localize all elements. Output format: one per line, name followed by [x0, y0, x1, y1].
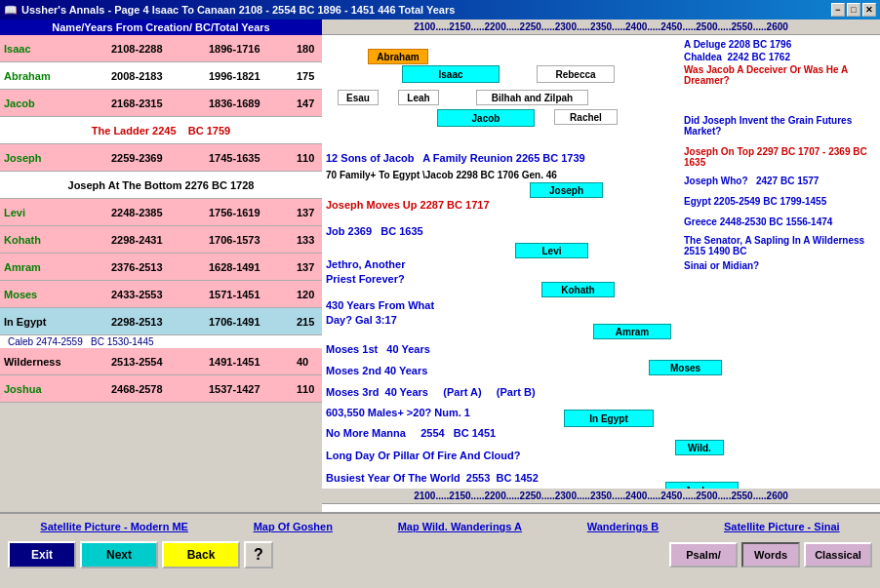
name-jacob: Jacob	[0, 96, 107, 111]
moses-chart-block: Moses	[649, 360, 722, 375]
map-wild-a[interactable]: Map Wild. Wanderings A	[398, 521, 522, 532]
maximize-button[interactable]: □	[847, 3, 860, 17]
ladder-label: The Ladder 2245 BC 1759	[0, 123, 322, 138]
minimize-button[interactable]: −	[831, 3, 845, 17]
words-button[interactable]: Words	[741, 542, 800, 568]
sat-sinai[interactable]: Satellite Picture - Sinai	[724, 521, 840, 532]
ri-sinai: Sinai or Midian?	[684, 260, 876, 271]
table-row-moses: Moses 2433-2553 1571-1451 120	[0, 281, 322, 308]
table-row-kohath: Kohath 2298-2431 1706-1573 133	[0, 226, 322, 254]
name-joseph: Joseph	[0, 150, 107, 166]
bottom-bar: Satellite Picture - Modern ME Map Of Gos…	[0, 512, 880, 570]
430years-text: 430 Years From WhatDay? Gal 3:17	[326, 298, 434, 328]
right-panel: 2100.....2150.....2200.....2250.....2300…	[322, 20, 880, 512]
ri-joseph-top: Joseph On Top 2297 BC 1707 - 2369 BC 163…	[684, 146, 876, 168]
esau-block: Esau	[338, 90, 379, 105]
question-button[interactable]: ?	[244, 541, 273, 568]
70family-text: 70 Family+ To Egypt \Jacob 2298 BC 1706 …	[326, 170, 557, 180]
busiest-text: Busiest Year Of The World 2553 BC 1452	[326, 472, 539, 484]
left-panel-header: Name/Years From Creation/ BC/Total Years	[0, 20, 322, 35]
table-row-joseph-bottom: Joseph At The Bottom 2276 BC 1728	[0, 172, 322, 199]
next-button[interactable]: Next	[80, 541, 158, 568]
leah-block: Leah	[398, 90, 439, 105]
ri-egypt: Egypt 2205-2549 BC 1799-1455	[684, 196, 876, 207]
name-isaac: Isaac	[0, 41, 107, 57]
manna-text: No More Manna 2554 BC 1451	[326, 427, 496, 439]
levi-chart-block: Levi	[515, 243, 588, 258]
table-row-jacob: Jacob 2168-2315 1836-1689 147	[0, 90, 322, 117]
moses2-text: Moses 2nd 40 Years	[326, 365, 427, 376]
isaac-block: Isaac	[402, 65, 500, 83]
moses3-text: Moses 3rd 40 Years (Part A) (Part B)	[326, 386, 536, 398]
table-row-wilderness: Wilderness 2513-2554 1491-1451 40	[0, 348, 322, 375]
table-row-joseph: Joseph 2259-2369 1745-1635 110	[0, 144, 322, 172]
classical-button[interactable]: Classical	[804, 542, 872, 568]
table-row-amram: Amram 2376-2513 1628-1491 137	[0, 254, 322, 281]
ri-joseph-who: Joseph Who? 2427 BC 1577	[684, 176, 876, 186]
ri-greece: Greece 2448-2530 BC 1556-1474	[684, 216, 876, 227]
close-button[interactable]: ✕	[862, 3, 876, 17]
ri-chaldea: Chaldea 2242 BC 1762	[684, 52, 876, 62]
12sons-text: 12 Sons of Jacob A Family Reunion 2265 B…	[326, 152, 585, 164]
jethro-text: Jethro, AnotherPriest Forever?	[326, 257, 406, 287]
moses1-text: Moses 1st 40 Years	[326, 343, 430, 355]
joseph-moves-text: Joseph Moves Up 2287 BC 1717	[326, 199, 490, 211]
name-levi: Levi	[0, 205, 107, 220]
table-row-isaac: Isaac 2108-2288 1896-1716 180	[0, 35, 322, 62]
map-goshen[interactable]: Map Of Goshen	[254, 521, 333, 532]
joseph-chart-block: Joseph	[530, 182, 603, 198]
name-amram: Amram	[0, 259, 107, 275]
ri-jacob: Was Jacob A Deceiver Or Was He A Dreamer…	[684, 64, 876, 86]
ri-senator: The Senator, A Sapling In A Wilderness 2…	[684, 235, 876, 256]
rachel-block: Rachel	[554, 109, 618, 125]
exit-button[interactable]: Exit	[8, 541, 76, 568]
table-row-ladder: The Ladder 2245 BC 1759	[0, 117, 322, 144]
main-content: Name/Years From Creation/ BC/Total Years…	[0, 20, 880, 512]
ri-joseph-invent: Did Joseph Invent the Grain Futures Mark…	[684, 115, 876, 137]
left-panel: Name/Years From Creation/ BC/Total Years…	[0, 20, 322, 512]
603550-text: 603,550 Males+ >20? Num. 1	[326, 407, 470, 418]
inegypt-chart-block: In Egypt	[564, 410, 654, 427]
right-info-panel: A Deluge 2208 BC 1796 Chaldea 2242 BC 17…	[680, 35, 880, 275]
abraham-block: Abraham	[368, 49, 428, 64]
table-row-levi: Levi 2248-2385 1756-1619 137	[0, 199, 322, 226]
name-kohath: Kohath	[0, 232, 107, 248]
joseph-bottom-label: Joseph At The Bottom 2276 BC 1728	[0, 177, 322, 193]
title-bar: 📖 Ussher's Annals - Page 4 Isaac To Cana…	[0, 0, 880, 20]
name-abraham: Abraham	[0, 68, 107, 84]
name-joshua: Joshua	[0, 381, 107, 397]
name-wilderness: Wilderness	[0, 354, 107, 370]
job-text: Job 2369 BC 1635	[326, 225, 423, 237]
top-timeline: 2100.....2150.....2200.....2250.....2300…	[322, 20, 880, 35]
bottom-timeline: 2100.....2150.....2200.....2250.....2300…	[322, 489, 880, 504]
back-button[interactable]: Back	[162, 541, 240, 568]
table-row-inegypt: In Egypt 2298-2513 1706-1491 215	[0, 308, 322, 335]
wanderings-b[interactable]: Wanderings B	[587, 521, 660, 532]
chart-area: Abraham Isaac Rebecca Esau Leah Bilhah a…	[322, 35, 880, 504]
sat-modern-me[interactable]: Satellite Picture - Modern ME	[40, 521, 188, 532]
jacob-block: Jacob	[437, 109, 535, 127]
wild-chart-block: Wild.	[675, 440, 724, 455]
app-icon: 📖	[4, 4, 18, 17]
rebecca-block: Rebecca	[537, 65, 615, 83]
longday-text: Long Day Or Pillar Of Fire And Cloud?	[326, 450, 520, 461]
ri-deluge: A Deluge 2208 BC 1796	[684, 39, 876, 50]
caleb-sub-row: Caleb 2474-2559 BC 1530-1445	[0, 335, 322, 348]
bilhah-block: Bilhah and Zilpah	[476, 90, 588, 105]
table-row-joshua: Joshua 2468-2578 1537-1427 110	[0, 375, 322, 403]
app-title: Ussher's Annals - Page 4 Isaac To Canaan…	[21, 4, 455, 16]
psalm-button[interactable]: Psalm/	[669, 542, 738, 568]
name-moses: Moses	[0, 287, 107, 302]
kohath-chart-block: Kohath	[541, 282, 615, 297]
table-row-abraham: Abraham 2008-2183 1996-1821 175	[0, 62, 322, 90]
name-inegypt: In Egypt	[0, 314, 107, 330]
amram-chart-block: Amram	[593, 324, 671, 339]
